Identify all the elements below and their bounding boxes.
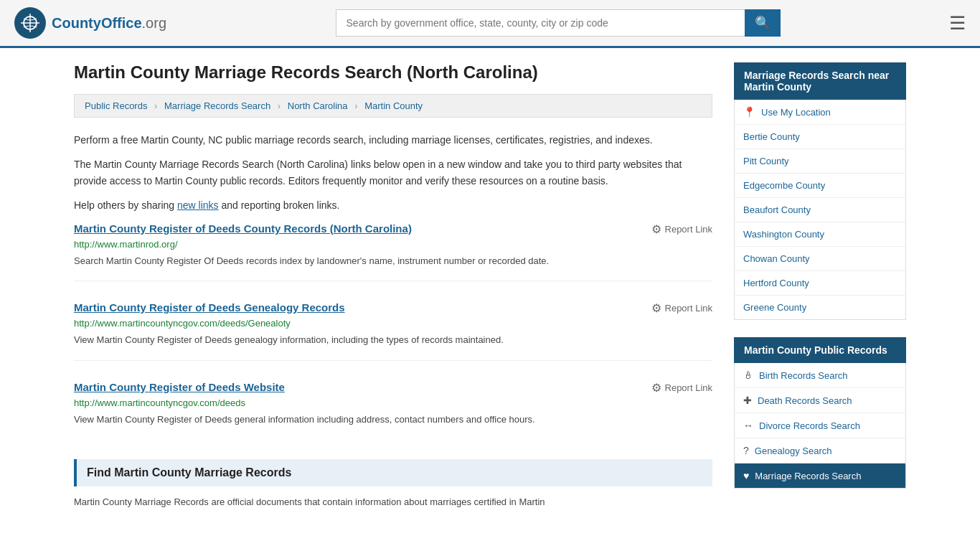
nearby-link-5[interactable]: Washington County (743, 229, 824, 240)
public-records-link-2[interactable]: Divorce Records Search (759, 420, 860, 431)
breadcrumb-north-carolina[interactable]: North Carolina (288, 100, 348, 111)
logo-area: CountyOffice.org (14, 7, 166, 39)
intro-paragraph-1: Perform a free Martin County, NC public … (74, 132, 712, 148)
nearby-box: Marriage Records Search near Martin Coun… (734, 62, 906, 320)
report-link-icon-0: ⚙ (651, 222, 661, 236)
nearby-link-7[interactable]: Hertford County (743, 278, 809, 288)
nearby-item-1[interactable]: Bertie County (735, 125, 905, 149)
breadcrumb-public-records[interactable]: Public Records (85, 100, 147, 111)
report-link-label-2: Report Link (665, 382, 712, 393)
record-desc-1: View Martin County Register of Deeds gen… (74, 333, 712, 347)
record-title-row-0: Martin County Register of Deeds County R… (74, 222, 712, 236)
public-records-list: 🕯Birth Records Search✚Death Records Sear… (734, 363, 906, 489)
breadcrumb-sep-1: › (154, 100, 157, 111)
record-desc-2: View Martin County Register of Deeds gen… (74, 413, 712, 427)
intro-paragraph-3: Help others by sharing new links and rep… (74, 197, 712, 213)
public-records-item-3[interactable]: ?Genealogy Search (735, 438, 905, 463)
page-title: Martin County Marriage Records Search (N… (74, 62, 712, 83)
public-records-icon-0: 🕯 (743, 369, 753, 381)
find-section-body: Martin County Marriage Records are offic… (74, 495, 712, 510)
nearby-link-3[interactable]: Edgecombe County (743, 180, 825, 191)
page-container: Martin County Marriage Records Search (N… (60, 48, 920, 524)
report-link-icon-1: ⚙ (651, 301, 661, 315)
header: CountyOffice.org 🔍 ☰ (0, 0, 980, 48)
report-link-btn-2[interactable]: ⚙ Report Link (651, 381, 712, 395)
public-records-item-0[interactable]: 🕯Birth Records Search (735, 363, 905, 388)
public-records-icon-2: ↔ (743, 420, 753, 431)
nearby-item-6[interactable]: Chowan County (735, 247, 905, 271)
record-title-1[interactable]: Martin County Register of Deeds Genealog… (74, 301, 345, 314)
logo-icon (14, 7, 46, 39)
record-desc-0: Search Martin County Register Of Deeds r… (74, 254, 712, 268)
record-title-2[interactable]: Martin County Register of Deeds Website (74, 381, 285, 393)
hamburger-icon: ☰ (949, 12, 966, 34)
record-entry-0: Martin County Register of Deeds County R… (74, 222, 712, 282)
nearby-heading: Marriage Records Search near Martin Coun… (734, 62, 906, 100)
nearby-item-5[interactable]: Washington County (735, 222, 905, 247)
nearby-link-1[interactable]: Bertie County (743, 131, 800, 142)
breadcrumb-martin-county[interactable]: Martin County (364, 100, 423, 111)
public-records-item-4[interactable]: ♥Marriage Records Search (735, 463, 905, 488)
nearby-link-4[interactable]: Beaufort County (743, 204, 811, 215)
search-input[interactable] (336, 9, 745, 37)
record-entry-1: Martin County Register of Deeds Genealog… (74, 301, 712, 361)
report-link-icon-2: ⚙ (651, 381, 661, 395)
nearby-item-3[interactable]: Edgecombe County (735, 174, 905, 198)
report-link-btn-1[interactable]: ⚙ Report Link (651, 301, 712, 315)
public-records-icon-3: ? (743, 445, 749, 456)
record-title-row-1: Martin County Register of Deeds Genealog… (74, 301, 712, 315)
record-title-row-2: Martin County Register of Deeds Website … (74, 381, 712, 395)
nearby-link-6[interactable]: Chowan County (743, 253, 810, 264)
sidebar: Marriage Records Search near Martin Coun… (734, 62, 906, 510)
breadcrumb-sep-3: › (354, 100, 357, 111)
record-title-0[interactable]: Martin County Register of Deeds County R… (74, 222, 412, 235)
public-records-icon-4: ♥ (743, 470, 749, 481)
search-icon: 🔍 (755, 16, 771, 30)
location-icon-0: 📍 (743, 106, 755, 118)
record-entry-2: Martin County Register of Deeds Website … (74, 381, 712, 440)
nearby-item-0[interactable]: 📍Use My Location (735, 100, 905, 125)
search-button[interactable]: 🔍 (745, 9, 781, 37)
public-records-link-4[interactable]: Marriage Records Search (755, 471, 861, 481)
find-section-heading: Find Martin County Marriage Records (74, 459, 712, 486)
report-link-label-0: Report Link (665, 224, 712, 235)
public-records-box: Martin County Public Records 🕯Birth Reco… (734, 337, 906, 489)
report-link-label-1: Report Link (665, 303, 712, 314)
breadcrumb-sep-2: › (278, 100, 281, 111)
record-url-0[interactable]: http://www.martinrod.org/ (74, 239, 712, 250)
main-content: Martin County Marriage Records Search (N… (74, 62, 712, 510)
logo-text: CountyOffice.org (52, 15, 166, 32)
nearby-item-8[interactable]: Greene County (735, 296, 905, 319)
nearby-link-0[interactable]: Use My Location (761, 107, 831, 118)
search-area: 🔍 (336, 9, 781, 37)
record-entries: Martin County Register of Deeds County R… (74, 222, 712, 440)
report-link-btn-0[interactable]: ⚙ Report Link (651, 222, 712, 236)
public-records-heading: Martin County Public Records (734, 337, 906, 363)
nearby-list: 📍Use My LocationBertie CountyPitt County… (734, 100, 906, 320)
breadcrumb-marriage-records[interactable]: Marriage Records Search (164, 100, 270, 111)
public-records-link-1[interactable]: Death Records Search (758, 395, 852, 406)
nearby-link-2[interactable]: Pitt County (743, 156, 789, 166)
public-records-item-1[interactable]: ✚Death Records Search (735, 388, 905, 413)
public-records-icon-1: ✚ (743, 395, 752, 406)
nearby-item-2[interactable]: Pitt County (735, 149, 905, 174)
public-records-link-0[interactable]: Birth Records Search (759, 370, 848, 381)
public-records-item-2[interactable]: ↔Divorce Records Search (735, 413, 905, 438)
nearby-item-7[interactable]: Hertford County (735, 271, 905, 296)
intro-paragraph-2: The Martin County Marriage Records Searc… (74, 156, 712, 189)
public-records-link-3[interactable]: Genealogy Search (755, 446, 832, 456)
menu-button[interactable]: ☰ (949, 14, 966, 32)
breadcrumb: Public Records › Marriage Records Search… (74, 94, 712, 118)
record-url-1[interactable]: http://www.martincountyncgov.com/deeds/G… (74, 318, 712, 329)
new-links-link[interactable]: new links (177, 199, 219, 211)
record-url-2[interactable]: http://www.martincountyncgov.com/deeds (74, 397, 712, 408)
nearby-item-4[interactable]: Beaufort County (735, 198, 905, 222)
nearby-link-8[interactable]: Greene County (743, 302, 806, 313)
